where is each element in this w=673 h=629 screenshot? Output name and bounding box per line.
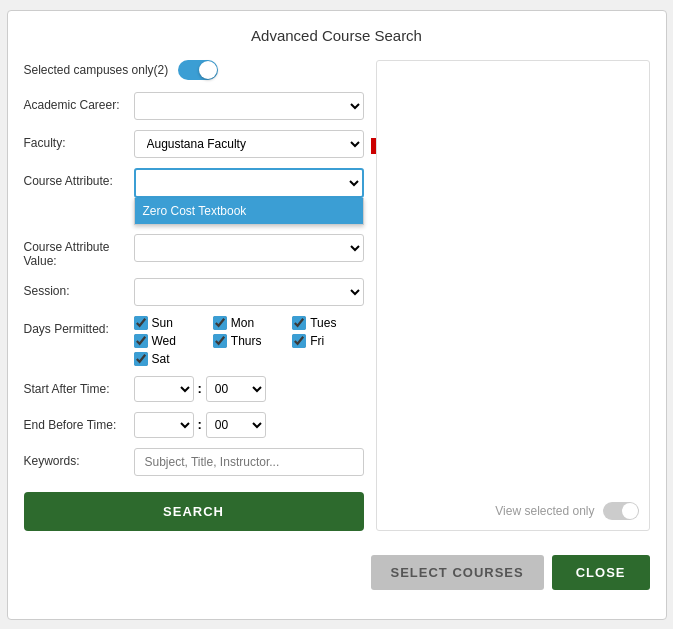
start-after-row: Start After Time: : 00 — [24, 376, 364, 402]
checkbox-wed[interactable] — [134, 334, 148, 348]
label-sun: Sun — [152, 316, 173, 330]
bottom-bar: SELECT COURSES CLOSE — [24, 547, 650, 590]
days-row: Days Permitted: Sun Mon Tues — [24, 316, 364, 366]
course-attribute-row: Course Attribute: Zero Cost Textbook — [24, 168, 364, 198]
label-tues: Tues — [310, 316, 336, 330]
start-hour-select[interactable] — [134, 376, 194, 402]
campuses-toggle[interactable] — [178, 60, 218, 80]
close-button[interactable]: CLOSE — [552, 555, 650, 590]
label-sat: Sat — [152, 352, 170, 366]
session-select[interactable] — [134, 278, 364, 306]
academic-career-label: Academic Career: — [24, 92, 134, 112]
course-attribute-value-control — [134, 234, 364, 262]
day-tues: Tues — [292, 316, 363, 330]
course-attribute-dropdown: Zero Cost Textbook — [134, 198, 364, 225]
start-minute-select[interactable]: 00 — [206, 376, 266, 402]
modal-title: Advanced Course Search — [24, 27, 650, 44]
days-grid: Sun Mon Tues Wed — [134, 316, 364, 366]
day-mon: Mon — [213, 316, 284, 330]
keywords-control — [134, 448, 364, 476]
view-selected-toggle[interactable] — [603, 502, 639, 520]
days-control: Sun Mon Tues Wed — [134, 316, 364, 366]
checkbox-sat[interactable] — [134, 352, 148, 366]
session-label: Session: — [24, 278, 134, 298]
checkbox-thurs[interactable] — [213, 334, 227, 348]
faculty-label: Faculty: — [24, 130, 134, 150]
end-time-row: : 00 — [134, 412, 364, 438]
start-after-label: Start After Time: — [24, 376, 134, 396]
view-selected-knob — [622, 503, 638, 519]
keywords-input[interactable] — [134, 448, 364, 476]
search-button[interactable]: SEARCH — [24, 492, 364, 531]
end-before-control: : 00 — [134, 412, 364, 438]
course-attribute-select[interactable] — [134, 168, 364, 198]
course-attribute-value-select[interactable] — [134, 234, 364, 262]
label-wed: Wed — [152, 334, 176, 348]
select-courses-button[interactable]: SELECT COURSES — [371, 555, 544, 590]
academic-career-row: Academic Career: — [24, 92, 364, 120]
campuses-row: Selected campuses only(2) — [24, 60, 364, 80]
day-sat: Sat — [134, 352, 205, 366]
checkbox-fri[interactable] — [292, 334, 306, 348]
end-hour-select[interactable] — [134, 412, 194, 438]
view-selected-row: View selected only — [495, 502, 638, 520]
end-colon: : — [198, 417, 202, 432]
checkbox-mon[interactable] — [213, 316, 227, 330]
faculty-row: Faculty: Augustana Faculty — [24, 130, 364, 158]
course-attribute-control: Zero Cost Textbook — [134, 168, 364, 198]
course-attribute-label: Course Attribute: — [24, 168, 134, 188]
day-wed: Wed — [134, 334, 205, 348]
dropdown-item-zero-cost[interactable]: Zero Cost Textbook — [135, 198, 363, 224]
day-thurs: Thurs — [213, 334, 284, 348]
days-label: Days Permitted: — [24, 316, 134, 336]
right-panel: View selected only — [376, 60, 650, 531]
faculty-control: Augustana Faculty — [134, 130, 364, 158]
start-time-row: : 00 — [134, 376, 364, 402]
day-fri: Fri — [292, 334, 363, 348]
view-selected-label: View selected only — [495, 504, 594, 518]
end-before-row: End Before Time: : 00 — [24, 412, 364, 438]
course-attribute-value-label: Course Attribute Value: — [24, 234, 134, 268]
academic-career-control — [134, 92, 364, 120]
course-attribute-value-row: Course Attribute Value: — [24, 234, 364, 268]
checkbox-sun[interactable] — [134, 316, 148, 330]
modal-container: Advanced Course Search Selected campuses… — [7, 10, 667, 620]
faculty-select[interactable]: Augustana Faculty — [134, 130, 364, 158]
campuses-label: Selected campuses only(2) — [24, 63, 169, 77]
label-fri: Fri — [310, 334, 324, 348]
checkbox-tues[interactable] — [292, 316, 306, 330]
start-after-control: : 00 — [134, 376, 364, 402]
academic-career-select[interactable] — [134, 92, 364, 120]
start-colon: : — [198, 381, 202, 396]
label-mon: Mon — [231, 316, 254, 330]
session-row: Session: — [24, 278, 364, 306]
end-before-label: End Before Time: — [24, 412, 134, 432]
toggle-knob — [199, 61, 217, 79]
content-area: Selected campuses only(2) Academic Caree… — [24, 60, 650, 531]
keywords-label: Keywords: — [24, 448, 134, 468]
day-sun: Sun — [134, 316, 205, 330]
keywords-row: Keywords: — [24, 448, 364, 476]
end-minute-select[interactable]: 00 — [206, 412, 266, 438]
label-thurs: Thurs — [231, 334, 262, 348]
session-control — [134, 278, 364, 306]
left-panel: Selected campuses only(2) Academic Caree… — [24, 60, 364, 531]
